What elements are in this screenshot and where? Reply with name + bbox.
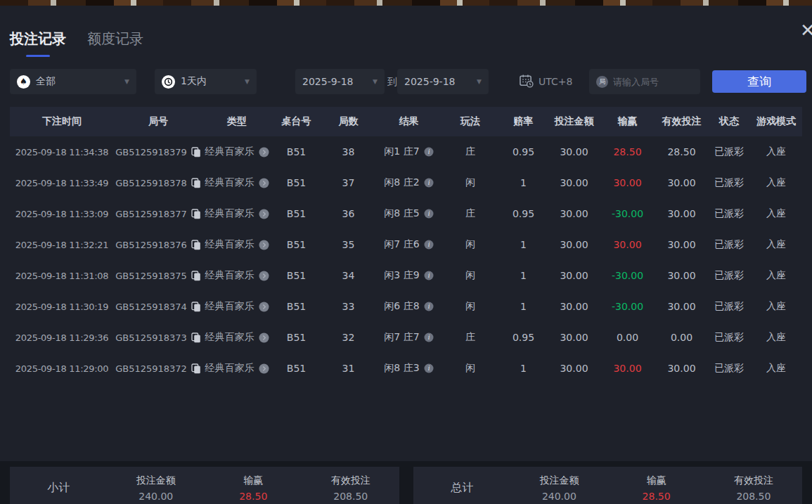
round-number: 35 bbox=[321, 229, 375, 260]
tab-betting-records[interactable]: 投注记录 bbox=[10, 30, 66, 57]
round-number: 34 bbox=[321, 260, 375, 291]
round-number: 38 bbox=[321, 136, 375, 167]
win-loss: 30.00 bbox=[600, 167, 655, 198]
result-info-icon[interactable]: i bbox=[424, 178, 434, 188]
bet-amount-value: 240.00 bbox=[510, 491, 607, 502]
tab-quota-records-label: 额度记录 bbox=[87, 30, 143, 47]
table-number: B51 bbox=[271, 167, 321, 198]
round-search-field[interactable]: 局 bbox=[589, 69, 700, 94]
result-info-icon[interactable]: i bbox=[424, 332, 434, 342]
summary-footer: 小计 投注金额 240.00 输赢 28.50 有效投注 208.50 总计 投… bbox=[0, 461, 812, 504]
status: 已派彩 bbox=[708, 136, 750, 167]
bet-time: 2025-09-18 11:33:49 bbox=[10, 167, 114, 198]
subtotal-bet-amount: 投注金额 240.00 bbox=[108, 474, 205, 502]
copy-icon[interactable] bbox=[191, 178, 201, 188]
copy-icon[interactable] bbox=[191, 271, 201, 281]
round-search-input[interactable] bbox=[613, 77, 690, 87]
table-row: 2025-09-18 11:34:38GB5125918379经典百家乐B513… bbox=[10, 136, 802, 167]
round-detail-icon[interactable] bbox=[259, 178, 269, 188]
column-header: 有效投注 bbox=[655, 107, 708, 136]
round-detail-icon[interactable] bbox=[259, 363, 269, 374]
chevron-down-icon: ▼ bbox=[245, 78, 250, 85]
total-valid-bet: 有效投注 208.50 bbox=[705, 474, 802, 502]
close-icon[interactable]: ✕ bbox=[800, 21, 812, 39]
table-row: 2025-09-18 11:33:09GB5125918377经典百家乐B513… bbox=[10, 198, 802, 229]
date-from-value: 2025-9-18 bbox=[302, 76, 353, 87]
bet-amount: 30.00 bbox=[548, 229, 600, 260]
table-row: 2025-09-18 11:32:21GB5125918376经典百家乐B513… bbox=[10, 229, 802, 260]
result: 闲8 庄5i bbox=[375, 198, 442, 229]
timezone-indicator[interactable]: UTC+8 bbox=[519, 69, 572, 94]
column-header: 桌台号 bbox=[271, 107, 321, 136]
result-info-icon[interactable]: i bbox=[424, 240, 434, 250]
svg-text:i: i bbox=[427, 334, 430, 341]
odds: 0.95 bbox=[498, 136, 548, 167]
tab-quota-records[interactable]: 额度记录 bbox=[87, 30, 143, 57]
status: 已派彩 bbox=[708, 291, 750, 322]
copy-icon[interactable] bbox=[191, 240, 201, 250]
game-type: 经典百家乐 bbox=[202, 260, 271, 291]
game-type-value: 全部 bbox=[36, 75, 56, 88]
status: 已派彩 bbox=[708, 353, 750, 384]
status: 已派彩 bbox=[708, 260, 750, 291]
search-button[interactable]: 查询 bbox=[712, 70, 806, 93]
round-detail-icon[interactable] bbox=[259, 209, 269, 219]
round-detail-icon[interactable] bbox=[259, 332, 269, 343]
win-loss-label: 输赢 bbox=[205, 474, 302, 487]
game-type: 经典百家乐 bbox=[202, 229, 271, 260]
win-loss: -30.00 bbox=[600, 260, 655, 291]
table-row: 2025-09-18 11:30:19GB5125918374经典百家乐B513… bbox=[10, 291, 802, 322]
table-row: 2025-09-18 11:33:49GB5125918378经典百家乐B513… bbox=[10, 167, 802, 198]
result-info-icon[interactable]: i bbox=[424, 302, 434, 311]
subtotal-valid-bet: 有效投注 208.50 bbox=[302, 474, 400, 502]
valid-bet-label: 有效投注 bbox=[705, 474, 802, 487]
game-mode: 入座 bbox=[750, 136, 802, 167]
odds: 0.95 bbox=[498, 322, 548, 353]
valid-bet: 30.00 bbox=[655, 260, 708, 291]
chevron-down-icon: ▼ bbox=[477, 78, 482, 85]
round-detail-icon[interactable] bbox=[259, 302, 269, 312]
round-detail-icon[interactable] bbox=[259, 271, 269, 281]
status: 已派彩 bbox=[708, 198, 750, 229]
round-id: GB5125918379 bbox=[114, 136, 202, 167]
svg-text:i: i bbox=[427, 272, 430, 279]
copy-icon[interactable] bbox=[191, 363, 201, 374]
game-type: 经典百家乐 bbox=[202, 136, 271, 167]
betting-records-dialog: 投注记录 额度记录 ✕ ♠ 全部 ▼ 1天内 ▼ 2025-9-18 ▼ 到 2… bbox=[0, 6, 812, 504]
copy-icon[interactable] bbox=[191, 147, 201, 157]
spade-icon: ♠ bbox=[17, 75, 30, 89]
total-win-loss: 输赢 28.50 bbox=[608, 474, 705, 502]
table-row: 2025-09-18 11:29:36GB5125918373经典百家乐B513… bbox=[10, 322, 802, 353]
game-type-select[interactable]: ♠ 全部 ▼ bbox=[10, 69, 136, 94]
total-bet-amount: 投注金额 240.00 bbox=[510, 474, 607, 502]
round-id: GB5125918375 bbox=[114, 260, 202, 291]
bet-amount: 30.00 bbox=[548, 353, 600, 384]
result-info-icon[interactable]: i bbox=[424, 271, 434, 280]
win-loss-label: 输赢 bbox=[608, 474, 705, 487]
calendar-clock-icon bbox=[519, 74, 534, 90]
copy-icon[interactable] bbox=[191, 332, 201, 343]
column-header: 玩法 bbox=[442, 107, 498, 136]
clock-icon bbox=[162, 75, 175, 89]
result: 闲3 庄9i bbox=[375, 260, 442, 291]
table-number: B51 bbox=[271, 198, 321, 229]
time-range-select[interactable]: 1天内 ▼ bbox=[155, 69, 257, 94]
date-from-select[interactable]: 2025-9-18 ▼ bbox=[295, 69, 385, 94]
round-detail-icon[interactable] bbox=[259, 240, 269, 250]
result-info-icon[interactable]: i bbox=[424, 363, 434, 373]
date-to-select[interactable]: 2025-9-18 ▼ bbox=[397, 69, 489, 94]
bet-option: 庄 bbox=[442, 198, 498, 229]
copy-icon[interactable] bbox=[191, 302, 201, 312]
result-info-icon[interactable]: i bbox=[424, 147, 434, 157]
game-mode: 入座 bbox=[750, 198, 802, 229]
game-mode: 入座 bbox=[750, 322, 802, 353]
round-detail-icon[interactable] bbox=[259, 147, 269, 157]
betting-records-table: 下注时间局号类型桌台号局数结果玩法赔率投注金额输赢有效投注状态游戏模式 2025… bbox=[10, 107, 802, 384]
game-mode: 入座 bbox=[750, 167, 802, 198]
result-info-icon[interactable]: i bbox=[424, 209, 434, 219]
copy-icon[interactable] bbox=[191, 209, 201, 219]
svg-text:i: i bbox=[427, 241, 430, 248]
game-type: 经典百家乐 bbox=[202, 353, 271, 384]
subtotal-panel: 小计 投注金额 240.00 输赢 28.50 有效投注 208.50 bbox=[10, 467, 399, 504]
timezone-value: UTC+8 bbox=[539, 76, 572, 87]
